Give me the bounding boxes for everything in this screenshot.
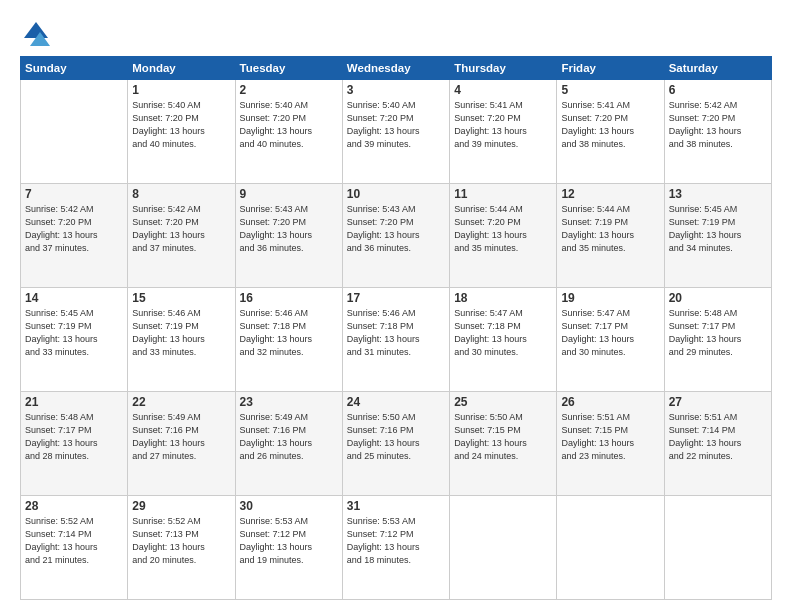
- day-number: 27: [669, 395, 767, 409]
- day-number: 19: [561, 291, 659, 305]
- day-cell: 25Sunrise: 5:50 AMSunset: 7:15 PMDayligh…: [450, 392, 557, 496]
- day-info: Sunrise: 5:42 AMSunset: 7:20 PMDaylight:…: [132, 203, 230, 255]
- day-number: 5: [561, 83, 659, 97]
- day-cell: 29Sunrise: 5:52 AMSunset: 7:13 PMDayligh…: [128, 496, 235, 600]
- weekday-header-tuesday: Tuesday: [235, 57, 342, 80]
- day-cell: 6Sunrise: 5:42 AMSunset: 7:20 PMDaylight…: [664, 80, 771, 184]
- day-number: 1: [132, 83, 230, 97]
- week-row-2: 7Sunrise: 5:42 AMSunset: 7:20 PMDaylight…: [21, 184, 772, 288]
- day-info: Sunrise: 5:42 AMSunset: 7:20 PMDaylight:…: [669, 99, 767, 151]
- day-cell: 10Sunrise: 5:43 AMSunset: 7:20 PMDayligh…: [342, 184, 449, 288]
- day-cell: 2Sunrise: 5:40 AMSunset: 7:20 PMDaylight…: [235, 80, 342, 184]
- day-info: Sunrise: 5:53 AMSunset: 7:12 PMDaylight:…: [347, 515, 445, 567]
- weekday-header-monday: Monday: [128, 57, 235, 80]
- day-cell: 27Sunrise: 5:51 AMSunset: 7:14 PMDayligh…: [664, 392, 771, 496]
- day-info: Sunrise: 5:43 AMSunset: 7:20 PMDaylight:…: [240, 203, 338, 255]
- day-cell: 7Sunrise: 5:42 AMSunset: 7:20 PMDaylight…: [21, 184, 128, 288]
- page: SundayMondayTuesdayWednesdayThursdayFrid…: [0, 0, 792, 612]
- day-cell: 14Sunrise: 5:45 AMSunset: 7:19 PMDayligh…: [21, 288, 128, 392]
- day-info: Sunrise: 5:49 AMSunset: 7:16 PMDaylight:…: [132, 411, 230, 463]
- day-number: 3: [347, 83, 445, 97]
- day-number: 7: [25, 187, 123, 201]
- day-info: Sunrise: 5:47 AMSunset: 7:17 PMDaylight:…: [561, 307, 659, 359]
- day-number: 22: [132, 395, 230, 409]
- day-info: Sunrise: 5:51 AMSunset: 7:14 PMDaylight:…: [669, 411, 767, 463]
- svg-marker-0: [24, 22, 48, 38]
- day-info: Sunrise: 5:50 AMSunset: 7:16 PMDaylight:…: [347, 411, 445, 463]
- day-info: Sunrise: 5:41 AMSunset: 7:20 PMDaylight:…: [561, 99, 659, 151]
- day-number: 18: [454, 291, 552, 305]
- day-number: 8: [132, 187, 230, 201]
- day-number: 25: [454, 395, 552, 409]
- day-number: 28: [25, 499, 123, 513]
- day-cell: 21Sunrise: 5:48 AMSunset: 7:17 PMDayligh…: [21, 392, 128, 496]
- week-row-4: 21Sunrise: 5:48 AMSunset: 7:17 PMDayligh…: [21, 392, 772, 496]
- day-info: Sunrise: 5:40 AMSunset: 7:20 PMDaylight:…: [347, 99, 445, 151]
- day-cell: [664, 496, 771, 600]
- day-cell: 22Sunrise: 5:49 AMSunset: 7:16 PMDayligh…: [128, 392, 235, 496]
- day-number: 6: [669, 83, 767, 97]
- day-cell: 18Sunrise: 5:47 AMSunset: 7:18 PMDayligh…: [450, 288, 557, 392]
- day-cell: 4Sunrise: 5:41 AMSunset: 7:20 PMDaylight…: [450, 80, 557, 184]
- day-number: 20: [669, 291, 767, 305]
- logo-icon: [20, 18, 48, 46]
- week-row-1: 1Sunrise: 5:40 AMSunset: 7:20 PMDaylight…: [21, 80, 772, 184]
- weekday-header-saturday: Saturday: [664, 57, 771, 80]
- day-cell: 9Sunrise: 5:43 AMSunset: 7:20 PMDaylight…: [235, 184, 342, 288]
- day-info: Sunrise: 5:45 AMSunset: 7:19 PMDaylight:…: [669, 203, 767, 255]
- day-info: Sunrise: 5:49 AMSunset: 7:16 PMDaylight:…: [240, 411, 338, 463]
- day-cell: 17Sunrise: 5:46 AMSunset: 7:18 PMDayligh…: [342, 288, 449, 392]
- day-number: 24: [347, 395, 445, 409]
- weekday-header-sunday: Sunday: [21, 57, 128, 80]
- day-cell: [450, 496, 557, 600]
- day-number: 11: [454, 187, 552, 201]
- day-info: Sunrise: 5:41 AMSunset: 7:20 PMDaylight:…: [454, 99, 552, 151]
- day-cell: 8Sunrise: 5:42 AMSunset: 7:20 PMDaylight…: [128, 184, 235, 288]
- day-info: Sunrise: 5:46 AMSunset: 7:18 PMDaylight:…: [347, 307, 445, 359]
- day-info: Sunrise: 5:46 AMSunset: 7:18 PMDaylight:…: [240, 307, 338, 359]
- day-info: Sunrise: 5:48 AMSunset: 7:17 PMDaylight:…: [669, 307, 767, 359]
- day-number: 23: [240, 395, 338, 409]
- day-info: Sunrise: 5:45 AMSunset: 7:19 PMDaylight:…: [25, 307, 123, 359]
- day-number: 10: [347, 187, 445, 201]
- day-number: 31: [347, 499, 445, 513]
- header: [20, 18, 772, 46]
- day-cell: 26Sunrise: 5:51 AMSunset: 7:15 PMDayligh…: [557, 392, 664, 496]
- day-number: 12: [561, 187, 659, 201]
- day-number: 2: [240, 83, 338, 97]
- week-row-5: 28Sunrise: 5:52 AMSunset: 7:14 PMDayligh…: [21, 496, 772, 600]
- day-info: Sunrise: 5:52 AMSunset: 7:14 PMDaylight:…: [25, 515, 123, 567]
- day-info: Sunrise: 5:44 AMSunset: 7:19 PMDaylight:…: [561, 203, 659, 255]
- day-number: 21: [25, 395, 123, 409]
- day-number: 15: [132, 291, 230, 305]
- day-cell: 23Sunrise: 5:49 AMSunset: 7:16 PMDayligh…: [235, 392, 342, 496]
- day-number: 29: [132, 499, 230, 513]
- week-row-3: 14Sunrise: 5:45 AMSunset: 7:19 PMDayligh…: [21, 288, 772, 392]
- day-cell: 3Sunrise: 5:40 AMSunset: 7:20 PMDaylight…: [342, 80, 449, 184]
- day-number: 4: [454, 83, 552, 97]
- day-number: 30: [240, 499, 338, 513]
- day-cell: 1Sunrise: 5:40 AMSunset: 7:20 PMDaylight…: [128, 80, 235, 184]
- day-info: Sunrise: 5:50 AMSunset: 7:15 PMDaylight:…: [454, 411, 552, 463]
- day-cell: 12Sunrise: 5:44 AMSunset: 7:19 PMDayligh…: [557, 184, 664, 288]
- day-number: 14: [25, 291, 123, 305]
- day-info: Sunrise: 5:47 AMSunset: 7:18 PMDaylight:…: [454, 307, 552, 359]
- day-cell: 16Sunrise: 5:46 AMSunset: 7:18 PMDayligh…: [235, 288, 342, 392]
- day-info: Sunrise: 5:40 AMSunset: 7:20 PMDaylight:…: [240, 99, 338, 151]
- weekday-header-thursday: Thursday: [450, 57, 557, 80]
- day-cell: 19Sunrise: 5:47 AMSunset: 7:17 PMDayligh…: [557, 288, 664, 392]
- day-cell: [21, 80, 128, 184]
- day-cell: [557, 496, 664, 600]
- day-number: 16: [240, 291, 338, 305]
- day-info: Sunrise: 5:46 AMSunset: 7:19 PMDaylight:…: [132, 307, 230, 359]
- logo: [20, 18, 52, 46]
- day-cell: 28Sunrise: 5:52 AMSunset: 7:14 PMDayligh…: [21, 496, 128, 600]
- weekday-header-row: SundayMondayTuesdayWednesdayThursdayFrid…: [21, 57, 772, 80]
- day-info: Sunrise: 5:48 AMSunset: 7:17 PMDaylight:…: [25, 411, 123, 463]
- day-cell: 31Sunrise: 5:53 AMSunset: 7:12 PMDayligh…: [342, 496, 449, 600]
- day-cell: 20Sunrise: 5:48 AMSunset: 7:17 PMDayligh…: [664, 288, 771, 392]
- day-cell: 11Sunrise: 5:44 AMSunset: 7:20 PMDayligh…: [450, 184, 557, 288]
- day-info: Sunrise: 5:42 AMSunset: 7:20 PMDaylight:…: [25, 203, 123, 255]
- day-cell: 24Sunrise: 5:50 AMSunset: 7:16 PMDayligh…: [342, 392, 449, 496]
- day-number: 26: [561, 395, 659, 409]
